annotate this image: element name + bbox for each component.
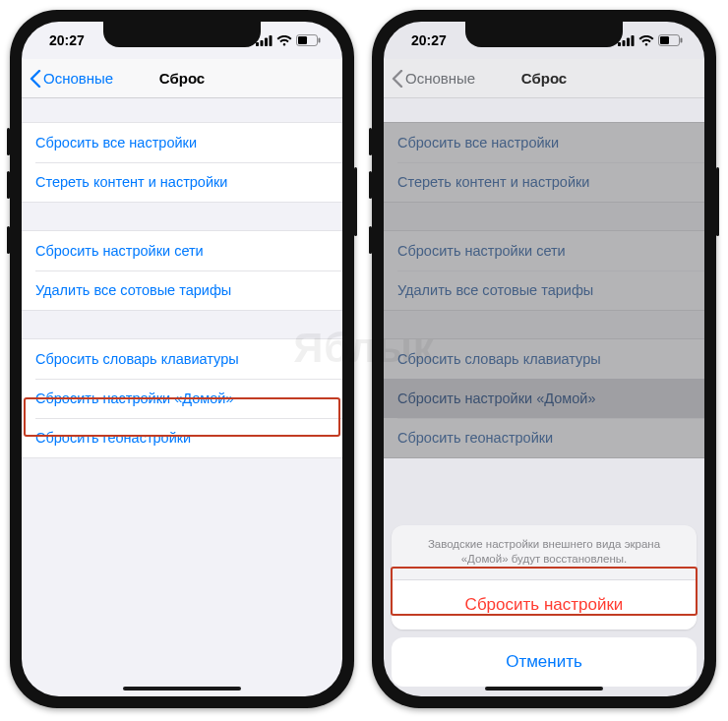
- action-sheet-cancel-button[interactable]: Отменить: [392, 637, 697, 687]
- nav-bar: Основные Сброс: [384, 59, 704, 98]
- row-label: Сбросить словарь клавиатуры: [35, 351, 239, 367]
- row-reset-keyboard[interactable]: Сбросить словарь клавиатуры: [22, 339, 342, 379]
- svg-rect-8: [623, 40, 626, 46]
- nav-bar: Основные Сброс: [22, 59, 342, 98]
- svg-rect-3: [270, 35, 273, 46]
- chevron-left-icon: [30, 70, 41, 88]
- row-label: Сбросить настройки «Домой»: [35, 391, 233, 406]
- svg-rect-6: [319, 38, 321, 43]
- row-reset-home[interactable]: Сбросить настройки «Домой»: [22, 379, 342, 418]
- svg-rect-10: [632, 35, 635, 46]
- settings-group-1: Сбросить все настройки Стереть контент и…: [22, 122, 342, 203]
- home-indicator[interactable]: [123, 687, 241, 691]
- action-sheet-confirm-button[interactable]: Сбросить настройки: [392, 580, 697, 630]
- svg-rect-9: [627, 37, 630, 46]
- back-label: Основные: [405, 70, 475, 87]
- row-reset-all[interactable]: Сбросить все настройки: [22, 123, 342, 162]
- row-label: Удалить все сотовые тарифы: [35, 282, 231, 298]
- battery-icon: [658, 34, 683, 46]
- row-label: Сбросить настройки сети: [35, 243, 204, 259]
- back-label: Основные: [43, 70, 113, 87]
- svg-rect-13: [681, 38, 683, 43]
- svg-rect-2: [265, 37, 268, 46]
- settings-group-2: Сбросить настройки сети Удалить все сото…: [22, 230, 342, 311]
- svg-rect-1: [261, 40, 264, 46]
- row-reset-network[interactable]: Сбросить настройки сети: [22, 231, 342, 270]
- row-reset-location[interactable]: Сбросить геонастройки: [22, 418, 342, 457]
- row-label: Сбросить геонастройки: [35, 430, 191, 446]
- wifi-icon: [276, 35, 292, 46]
- notch: [103, 22, 261, 47]
- iphone-left: 20:27 Основные: [10, 10, 354, 708]
- chevron-left-icon: [392, 70, 403, 88]
- status-time: 20:27: [411, 32, 447, 48]
- row-erase-content[interactable]: Стереть контент и настройки: [22, 162, 342, 202]
- action-sheet: Заводские настройки внешнего вида экрана…: [392, 525, 697, 687]
- notch: [465, 22, 623, 47]
- row-label: Стереть контент и настройки: [35, 174, 227, 190]
- svg-rect-12: [660, 36, 669, 44]
- wifi-icon: [638, 35, 654, 46]
- back-button[interactable]: Основные: [384, 70, 475, 88]
- row-delete-cellular[interactable]: Удалить все сотовые тарифы: [22, 270, 342, 310]
- settings-group-3: Сбросить словарь клавиатуры Сбросить нас…: [22, 338, 342, 458]
- row-label: Сбросить все настройки: [35, 135, 197, 150]
- modal-dim-overlay[interactable]: [384, 122, 704, 458]
- svg-rect-5: [298, 36, 307, 44]
- action-sheet-message: Заводские настройки внешнего вида экрана…: [392, 525, 697, 580]
- status-time: 20:27: [49, 32, 85, 48]
- iphone-right: 20:27 Основные: [372, 10, 716, 708]
- back-button[interactable]: Основные: [22, 70, 113, 88]
- battery-icon: [296, 34, 321, 46]
- home-indicator[interactable]: [485, 687, 603, 691]
